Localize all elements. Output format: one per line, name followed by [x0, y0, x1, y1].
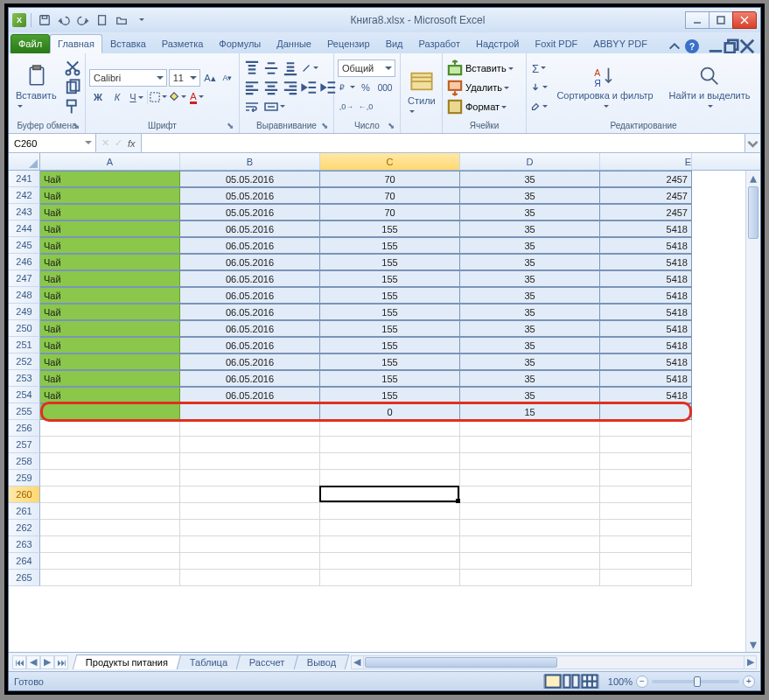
row-header[interactable]: 262 — [9, 520, 40, 536]
cell[interactable] — [460, 453, 600, 470]
tab-вставка[interactable]: Вставка — [102, 34, 154, 53]
qat-open-icon[interactable] — [113, 11, 130, 29]
cell[interactable]: 155 — [320, 320, 460, 337]
cell[interactable]: 05.05.2016 — [180, 187, 320, 204]
tab-разработ[interactable]: Разработ — [411, 34, 468, 53]
cell[interactable] — [460, 536, 600, 553]
align-launcher-icon[interactable]: ⬊ — [319, 121, 330, 131]
mdi-restore-icon[interactable] — [724, 39, 739, 53]
qat-new-icon[interactable] — [94, 11, 111, 29]
column-header-B[interactable]: B — [180, 153, 320, 170]
cell[interactable]: 5418 — [600, 354, 692, 370]
cell[interactable] — [180, 403, 320, 420]
cell[interactable] — [460, 553, 600, 570]
scroll-up-icon[interactable]: ▴ — [746, 171, 760, 186]
row-header[interactable]: 244 — [9, 220, 40, 237]
align-center-icon[interactable] — [262, 79, 280, 96]
cell[interactable] — [600, 570, 692, 586]
cell[interactable] — [600, 470, 692, 486]
cell[interactable]: Чай — [40, 270, 180, 287]
fill-color-icon[interactable] — [169, 88, 186, 106]
cell[interactable]: 06.05.2016 — [180, 370, 320, 387]
mdi-close-icon[interactable] — [739, 39, 755, 53]
row-header[interactable]: 253 — [9, 370, 40, 387]
cell[interactable] — [40, 437, 180, 453]
cell[interactable] — [600, 503, 692, 520]
cell[interactable]: 06.05.2016 — [180, 287, 320, 304]
horizontal-scrollbar[interactable]: ◀ ▶ — [351, 655, 757, 669]
cell[interactable]: Чай — [40, 320, 180, 337]
zoom-out-icon[interactable]: − — [636, 676, 648, 688]
column-header-A[interactable]: A — [40, 153, 180, 170]
row-header[interactable]: 263 — [9, 536, 40, 553]
cell[interactable] — [320, 503, 460, 520]
qat-redo-icon[interactable] — [74, 11, 92, 29]
cell[interactable]: Чай — [40, 387, 180, 403]
cell[interactable]: 155 — [320, 220, 460, 237]
cell[interactable] — [180, 437, 320, 453]
ribbon-minimize-icon[interactable] — [668, 39, 682, 53]
tab-главная[interactable]: Главная — [50, 34, 102, 53]
column-header-E[interactable]: E — [600, 153, 692, 170]
cell[interactable]: 06.05.2016 — [180, 237, 320, 254]
cell[interactable]: 35 — [460, 270, 600, 287]
tab-рецензир[interactable]: Рецензир — [319, 34, 378, 53]
cell[interactable] — [320, 520, 460, 536]
copy-icon[interactable] — [64, 79, 81, 96]
cell[interactable]: 35 — [460, 337, 600, 354]
cell[interactable]: 05.05.2016 — [180, 171, 320, 187]
scroll-thumb[interactable] — [748, 186, 759, 239]
row-header[interactable]: 255 — [9, 403, 40, 420]
cell[interactable] — [460, 420, 600, 437]
cell[interactable] — [320, 486, 460, 503]
italic-icon[interactable]: К — [108, 88, 126, 106]
tab-file[interactable]: Файл — [10, 34, 50, 53]
cell[interactable]: 06.05.2016 — [180, 320, 320, 337]
cell[interactable]: 70 — [320, 187, 460, 204]
sheet-nav-prev-icon[interactable]: ◀ — [26, 655, 40, 669]
orientation-icon[interactable] — [301, 60, 318, 77]
cell[interactable]: 35 — [460, 320, 600, 337]
cell[interactable] — [460, 503, 600, 520]
cells-insert-button[interactable]: Вставить — [446, 60, 522, 77]
vertical-scrollbar[interactable]: ▴ ▾ — [745, 171, 760, 652]
cell[interactable] — [40, 420, 180, 437]
cell[interactable] — [40, 403, 180, 420]
sheet-tab[interactable]: Таблица — [177, 654, 241, 669]
cell[interactable]: 2457 — [600, 204, 692, 220]
tab-формулы[interactable]: Формулы — [211, 34, 269, 53]
increase-font-icon[interactable]: A▴ — [202, 69, 218, 87]
borders-icon[interactable] — [150, 88, 167, 106]
cell[interactable] — [40, 453, 180, 470]
cell[interactable]: 5418 — [600, 237, 692, 254]
styles-button[interactable]: Стили — [404, 67, 439, 118]
row-header[interactable]: 264 — [9, 553, 40, 570]
cell[interactable]: Чай — [40, 370, 180, 387]
row-header[interactable]: 251 — [9, 337, 40, 354]
align-middle-icon[interactable] — [262, 60, 280, 77]
cell[interactable] — [40, 520, 180, 536]
font-name-combo[interactable]: Calibri — [89, 69, 167, 87]
wrap-text-icon[interactable] — [243, 98, 261, 116]
cell[interactable]: 70 — [320, 171, 460, 187]
tab-abbyy pdf[interactable]: ABBYY PDF — [585, 34, 655, 53]
tab-данные[interactable]: Данные — [269, 34, 319, 53]
fill-icon[interactable] — [530, 79, 548, 96]
cell[interactable]: 2457 — [600, 171, 692, 187]
qat-undo-icon[interactable] — [55, 11, 73, 29]
font-launcher-icon[interactable]: ⬊ — [225, 121, 235, 131]
cell[interactable] — [600, 520, 692, 536]
cell[interactable] — [180, 503, 320, 520]
row-header[interactable]: 258 — [9, 453, 40, 470]
find-select-button[interactable]: Найти и выделить — [662, 62, 757, 113]
cell[interactable]: 155 — [320, 287, 460, 304]
tab-вид[interactable]: Вид — [378, 34, 411, 53]
cell[interactable] — [600, 536, 692, 553]
number-launcher-icon[interactable]: ⬊ — [386, 121, 396, 131]
expand-formula-bar-icon[interactable] — [745, 134, 760, 152]
cell[interactable]: 5418 — [600, 387, 692, 403]
cell[interactable]: Чай — [40, 171, 180, 187]
cell[interactable]: 5418 — [600, 304, 692, 320]
accounting-format-icon[interactable]: ₽ — [338, 79, 355, 96]
cell[interactable] — [460, 486, 600, 503]
